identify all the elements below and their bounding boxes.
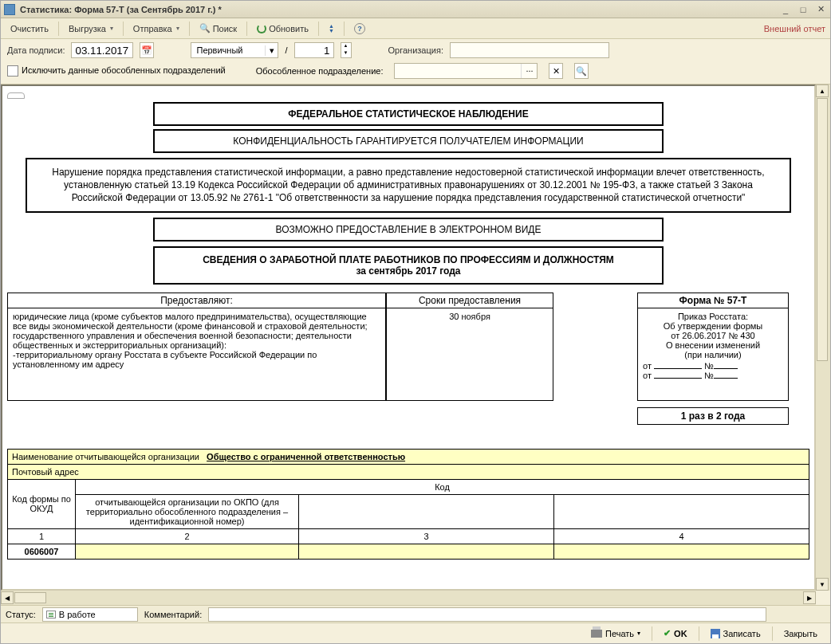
spin-down-icon[interactable]: ▼ (341, 50, 351, 57)
clear-subdiv-button[interactable]: ✕ (549, 63, 563, 79)
question-icon: ? (354, 23, 365, 34)
footer-toolbar: Печать▾ ✔OK Записать Закрыть (1, 622, 830, 643)
lookup-dots-button[interactable]: ... (521, 64, 537, 78)
scroll-up-icon[interactable]: ▲ (816, 84, 829, 97)
document-scroll[interactable]: ФЕДЕРАЛЬНОЕ СТАТИСТИЧЕСКОЕ НАБЛЮДЕНИЕ КО… (1, 84, 816, 591)
help-button[interactable]: ? (349, 22, 370, 36)
blank-header-2 (554, 494, 809, 528)
form-no-header: Форма № 57-Т (637, 293, 789, 308)
refresh-icon (257, 24, 266, 33)
save-button[interactable]: Записать (704, 627, 767, 640)
blank-header-1 (299, 494, 554, 528)
lookup-button[interactable]: 🔍 (574, 63, 589, 79)
order-text: Приказ Росстата: Об утверждении формы от… (637, 308, 789, 401)
number-input[interactable] (294, 42, 334, 58)
legal-box: Нарушение порядка представления статисти… (26, 158, 791, 213)
col-4: 4 (554, 528, 809, 544)
document-icon (46, 611, 56, 618)
code3-value[interactable] (299, 544, 554, 559)
app-icon (4, 4, 15, 15)
postal-row[interactable]: Почтовый адрес (8, 464, 809, 479)
status-value: В работе (59, 610, 96, 619)
status-label: Статус: (6, 610, 36, 619)
updown-icon: ▲▼ (329, 24, 334, 33)
close-button[interactable]: Закрыть (778, 627, 824, 640)
check-icon: ✔ (664, 628, 671, 638)
horizontal-scrollbar[interactable]: ◀ ▶ (1, 591, 816, 605)
comment-input[interactable] (208, 607, 766, 622)
expand-collapse-button[interactable]: ▲▼ (324, 22, 339, 35)
ok-button[interactable]: ✔OK (657, 626, 694, 640)
scroll-left-icon[interactable]: ◀ (1, 591, 14, 604)
magnifier-icon: 🔍 (199, 23, 211, 33)
chevron-down-icon[interactable]: ▾ (265, 45, 278, 56)
org-name-value[interactable]: Общество с ограниченной ответственностью (207, 452, 405, 461)
header-box-1: ФЕДЕРАЛЬНОЕ СТАТИСТИЧЕСКОЕ НАБЛЮДЕНИЕ (153, 102, 664, 126)
doc-tab[interactable] (7, 92, 25, 99)
calendar-icon: 📅 (141, 45, 152, 56)
clear-button[interactable]: Очистить (6, 22, 53, 35)
separator-label: / (285, 45, 287, 55)
calendar-button[interactable]: 📅 (140, 42, 154, 58)
checkbox-icon[interactable] (7, 65, 18, 77)
hscroll-thumb[interactable] (14, 592, 46, 603)
okud-value: 0606007 (8, 544, 76, 559)
params-row-2: Исключить данные обособленных подразделе… (1, 61, 830, 84)
exclude-checkbox-label[interactable]: Исключить данные обособленных подразделе… (7, 65, 226, 77)
electronic-box: ВОЗМОЖНО ПРЕДОСТАВЛЕНИЕ В ЭЛЕКТРОННОМ ВИ… (153, 218, 664, 242)
frequency-box: 1 раз в 2 года (637, 407, 789, 425)
provide-header: Предоставляют: (7, 293, 386, 308)
vscroll-thumb[interactable] (817, 98, 828, 361)
provide-text: юридические лица (кроме субъектов малого… (7, 308, 386, 401)
col-2: 2 (76, 528, 299, 544)
org-table: Наименование отчитывающейся организации … (7, 449, 809, 560)
okpo-value[interactable] (76, 544, 299, 559)
main-toolbar: Очистить Выгрузка Отправка 🔍Поиск Обнови… (1, 18, 830, 39)
document-area: ФЕДЕРАЛЬНОЕ СТАТИСТИЧЕСКОЕ НАБЛЮДЕНИЕ КО… (1, 84, 830, 605)
organization-field[interactable] (450, 42, 609, 58)
form-title-box: СВЕДЕНИЯ О ЗАРАБОТНОЙ ПЛАТЕ РАБОТНИКОВ П… (153, 246, 664, 285)
deadline-header: Сроки предоставления (386, 293, 553, 308)
diskette-icon (711, 629, 720, 638)
report-type-value: Первичный (191, 45, 265, 55)
print-button[interactable]: Печать▾ (585, 627, 647, 640)
statusbar: Статус: В работе Комментарий: (1, 605, 830, 622)
org-label: Организация: (388, 45, 443, 55)
scroll-right-icon[interactable]: ▶ (803, 591, 816, 604)
header-box-2: КОНФИДЕНЦИАЛЬНОСТЬ ГАРАНТИРУЕТСЯ ПОЛУЧАТ… (153, 129, 664, 153)
main-window: Статистика: Форма 57-Т (за Сентябрь 2017… (0, 0, 831, 644)
info-grid: Предоставляют: юридические лица (кроме с… (7, 293, 809, 425)
status-combo[interactable]: В работе (42, 607, 138, 622)
params-row-1: Дата подписи: 📅 Первичный ▾ / ▲▼ Организ… (1, 39, 830, 61)
comment-label: Комментарий: (144, 610, 202, 619)
date-label: Дата подписи: (7, 45, 65, 55)
col-1: 1 (8, 528, 76, 544)
titlebar: Статистика: Форма 57-Т (за Сентябрь 2017… (1, 1, 830, 18)
printer-icon (591, 630, 602, 638)
code4-value[interactable] (554, 544, 809, 559)
x-icon: ✕ (553, 66, 560, 77)
number-spinner[interactable]: ▲▼ (341, 42, 352, 58)
deadline-text: 30 ноября (386, 308, 553, 401)
okpo-header: отчитывающейся организации по ОКПО (для … (76, 494, 299, 528)
search-button[interactable]: 🔍Поиск (195, 22, 242, 35)
vertical-scrollbar[interactable]: ▲ ▼ (816, 84, 830, 591)
okud-header: Код формы по ОКУД (8, 479, 76, 528)
close-icon[interactable]: ✕ (814, 4, 827, 15)
window-title: Статистика: Форма 57-Т (за Сентябрь 2017… (20, 5, 779, 14)
spin-up-icon[interactable]: ▲ (341, 43, 351, 50)
report-type-combo[interactable]: Первичный ▾ (191, 42, 278, 58)
col-3: 3 (299, 528, 554, 544)
subdiv-label: Обособленное подразделение: (256, 66, 384, 76)
subdivision-field[interactable]: ... (394, 63, 538, 79)
scroll-down-icon[interactable]: ▼ (816, 578, 829, 591)
maximize-icon[interactable]: □ (797, 4, 809, 15)
date-input[interactable] (71, 42, 133, 58)
external-report-label: Внешний отчет (764, 24, 825, 33)
code-header: Код (76, 479, 809, 494)
send-button[interactable]: Отправка (128, 22, 184, 35)
org-name-row: Наименование отчитывающейся организации … (8, 449, 809, 464)
minimize-icon[interactable]: _ (779, 4, 792, 15)
export-button[interactable]: Выгрузка (64, 22, 118, 35)
refresh-button[interactable]: Обновить (252, 22, 313, 35)
